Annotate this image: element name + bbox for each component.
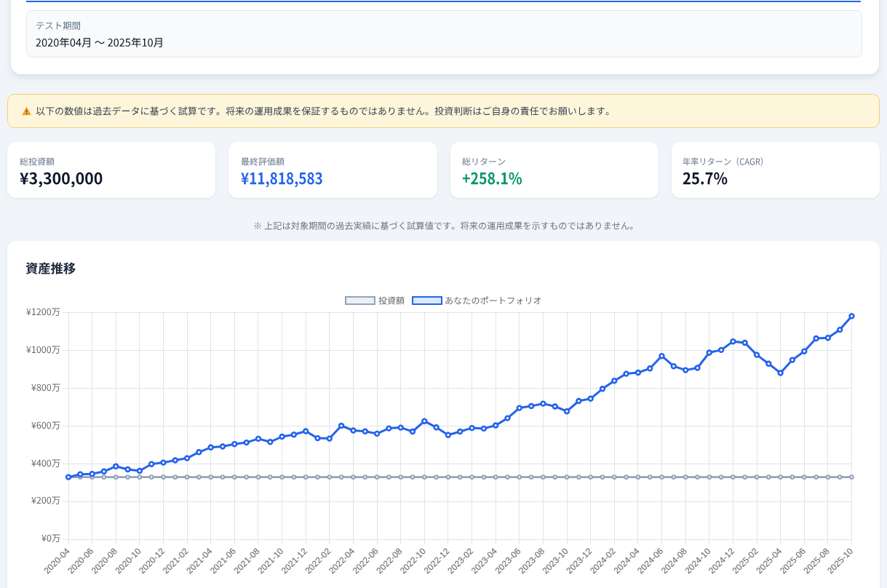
svg-text:2025-10: 2025-10 xyxy=(825,546,855,576)
